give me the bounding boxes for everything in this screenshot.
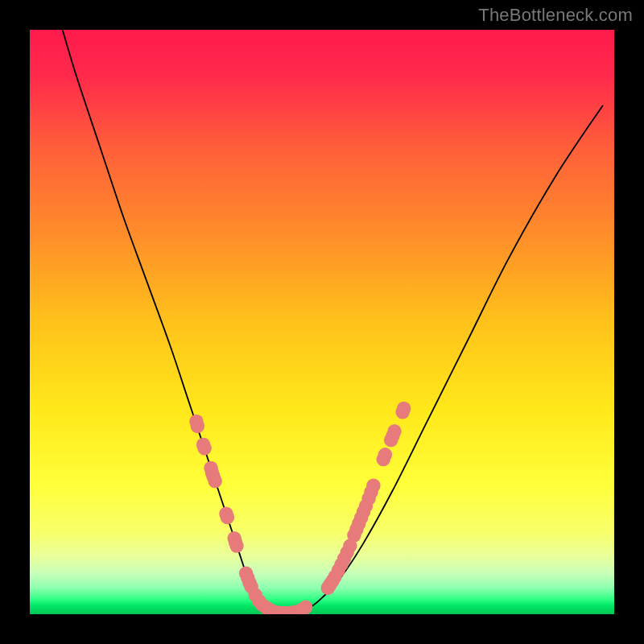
data-point (208, 474, 221, 488)
data-point (366, 479, 380, 493)
data-point (191, 419, 204, 433)
data-point (221, 510, 234, 524)
data-point (397, 402, 411, 415)
plot-area (30, 30, 614, 614)
chart-root: TheBottleneck.com (0, 0, 644, 644)
data-point (197, 441, 211, 455)
data-point (387, 424, 401, 438)
data-point (378, 448, 392, 461)
data-point (229, 539, 243, 552)
highlight-points (189, 402, 411, 614)
watermark-label: TheBottleneck.com (478, 5, 633, 26)
chart-svg (30, 30, 614, 614)
data-point (299, 601, 312, 614)
bottleneck-curve (63, 30, 603, 613)
